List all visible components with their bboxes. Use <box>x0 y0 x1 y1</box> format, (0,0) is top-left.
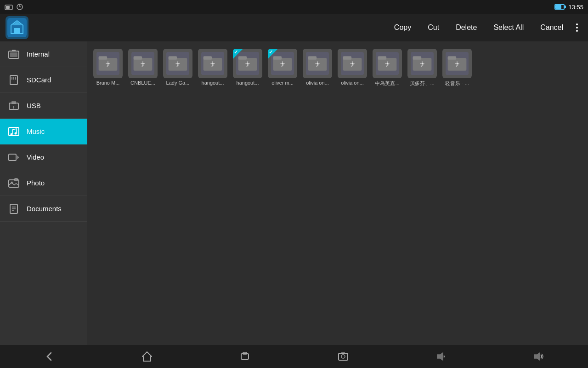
svg-point-20 <box>11 133 13 135</box>
folder-label: Lady Ga... <box>162 80 194 86</box>
volume-down-button[interactable] <box>425 347 457 366</box>
recents-button[interactable] <box>229 347 260 366</box>
sidebar-label-photo: Photo <box>27 179 45 187</box>
cut-button[interactable]: Cut <box>419 20 447 35</box>
svg-rect-33 <box>99 56 107 59</box>
folder-thumbnail: ♪ <box>442 49 472 78</box>
sidebar-label-internal: Internal <box>27 50 50 58</box>
sidebar-label-documents: Documents <box>27 205 62 213</box>
folder-thumbnail: ♪ <box>198 49 227 78</box>
folder-item[interactable]: ♪贝多芬、... <box>405 47 439 89</box>
main-layout: Internal SDCard USB <box>0 41 588 345</box>
folder-label: Bruno M... <box>92 80 124 86</box>
svg-point-101 <box>341 355 345 358</box>
status-icon-1 <box>5 3 13 11</box>
dot-3 <box>576 30 578 32</box>
svg-marker-104 <box>534 353 540 360</box>
svg-marker-97 <box>142 352 152 361</box>
screenshot-icon <box>337 350 350 363</box>
svg-rect-22 <box>9 154 16 161</box>
documents-icon <box>7 202 20 215</box>
status-bar: 13:55 <box>0 0 588 14</box>
folder-thumbnail: ♪ <box>338 49 367 78</box>
music-icon <box>7 125 20 138</box>
folder-label: 中岛美嘉... <box>371 80 403 87</box>
select-all-button[interactable]: Select All <box>485 20 532 35</box>
folder-item[interactable]: ♪hangout... <box>196 47 230 87</box>
sidebar-label-music: Music <box>27 127 45 135</box>
sidebar-label-usb: USB <box>27 102 41 109</box>
screenshot-button[interactable] <box>328 347 359 366</box>
svg-rect-102 <box>341 352 345 354</box>
folder-item[interactable]: ♪CNBLUE... <box>126 47 160 87</box>
home-icon <box>141 350 153 363</box>
sidebar-item-music[interactable]: Music <box>0 119 87 144</box>
volume-up-button[interactable] <box>523 347 554 366</box>
folder-item[interactable]: ♪Lady Ga... <box>161 47 195 87</box>
photo-icon <box>7 177 20 190</box>
folder-thumbnail: ♪ <box>373 49 402 78</box>
folder-label: hangout... <box>232 80 264 86</box>
folder-item[interactable]: ♪✓hangout... <box>231 47 265 87</box>
status-icon-2 <box>16 3 24 11</box>
recents-icon <box>238 350 251 363</box>
usb-icon <box>7 99 20 112</box>
volume-down-icon <box>435 350 447 363</box>
folder-thumbnail: ♪ <box>303 49 332 78</box>
folder-label: oliver m... <box>266 80 299 86</box>
svg-point-21 <box>15 132 17 134</box>
svg-marker-23 <box>17 155 19 159</box>
sidebar: Internal SDCard USB <box>0 41 87 345</box>
more-options-button[interactable] <box>571 20 582 35</box>
folder-item[interactable]: ♪olivia on... <box>300 47 334 87</box>
svg-rect-87 <box>413 56 422 59</box>
folder-item[interactable]: ♪轻音乐 - ... <box>440 47 474 89</box>
folder-thumbnail: ♪✓ <box>233 49 262 78</box>
toolbar: Copy Cut Delete Select All Cancel <box>0 14 588 41</box>
svg-rect-7 <box>14 28 20 34</box>
copy-button[interactable]: Copy <box>386 20 419 35</box>
cancel-button[interactable]: Cancel <box>532 20 571 35</box>
svg-rect-81 <box>378 56 387 59</box>
folder-label: CNBLUE... <box>127 80 159 86</box>
sidebar-item-sdcard[interactable]: SDCard <box>0 67 87 93</box>
folder-thumbnail: ♪ <box>128 49 158 78</box>
folder-thumbnail: ♪✓ <box>268 49 297 78</box>
svg-rect-19 <box>9 127 19 136</box>
bottom-nav <box>0 345 588 368</box>
folder-thumbnail: ♪ <box>163 49 192 78</box>
sidebar-item-video[interactable]: Video <box>0 144 87 170</box>
status-bar-left <box>5 3 24 11</box>
dot-1 <box>576 23 578 25</box>
folder-item[interactable]: ♪olivia on... <box>335 47 369 87</box>
sidebar-item-internal[interactable]: Internal <box>0 41 87 67</box>
svg-rect-10 <box>10 52 17 57</box>
svg-rect-11 <box>12 50 16 52</box>
folder-item[interactable]: ♪Bruno M... <box>91 47 125 87</box>
svg-rect-75 <box>343 56 352 59</box>
svg-rect-1 <box>6 6 10 9</box>
content-area: ♪Bruno M...♪CNBLUE...♪Lady Ga...♪hangout… <box>87 41 588 345</box>
svg-rect-93 <box>448 56 457 59</box>
video-icon <box>7 151 20 164</box>
delete-button[interactable]: Delete <box>447 20 485 35</box>
internal-icon <box>7 48 20 61</box>
checkmark: ✓ <box>269 49 273 55</box>
back-button[interactable] <box>34 347 65 366</box>
svg-rect-12 <box>10 75 17 85</box>
folder-item[interactable]: ♪中岛美嘉... <box>370 47 404 89</box>
svg-rect-51 <box>204 56 212 59</box>
sidebar-item-photo[interactable]: Photo <box>0 170 87 196</box>
home-button[interactable] <box>131 347 163 366</box>
sidebar-item-documents[interactable]: Documents <box>0 196 87 222</box>
svg-rect-17 <box>11 101 16 104</box>
volume-up-icon <box>532 350 545 363</box>
folder-item[interactable]: ♪✓oliver m... <box>266 47 300 87</box>
sidebar-item-usb[interactable]: USB <box>0 93 87 119</box>
sidebar-label-sdcard: SDCard <box>27 76 51 84</box>
folder-label: olivia on... <box>301 80 334 86</box>
folder-thumbnail: ♪ <box>407 49 437 78</box>
folder-grid: ♪Bruno M...♪CNBLUE...♪Lady Ga...♪hangout… <box>89 45 586 341</box>
folder-label: 轻音乐 - ... <box>441 80 473 87</box>
svg-rect-45 <box>169 56 177 59</box>
